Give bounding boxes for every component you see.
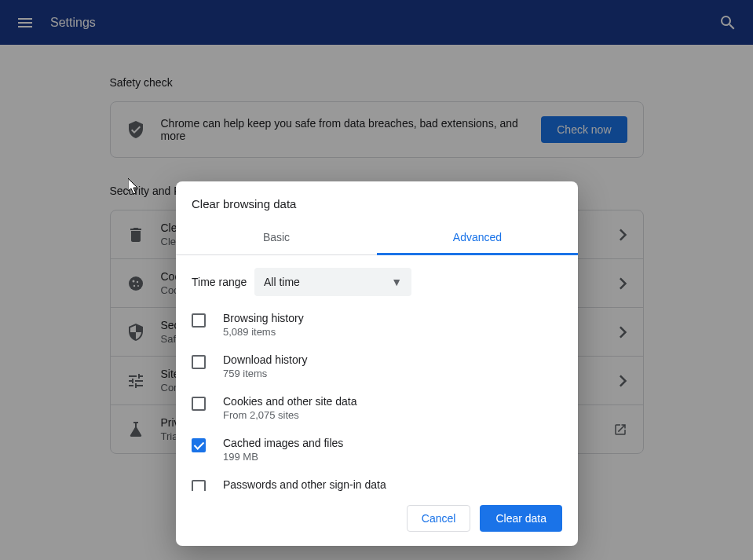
check-title: Download history bbox=[223, 353, 307, 366]
check-sub: 5,089 items bbox=[223, 326, 304, 338]
check-row: Cookies and other site dataFrom 2,075 si… bbox=[176, 387, 578, 429]
check-sub: 199 MB bbox=[223, 451, 343, 463]
check-sub: From 2,075 sites bbox=[223, 409, 356, 421]
check-row: Download history759 items bbox=[176, 346, 578, 387]
time-range-select[interactable]: All time ▼ bbox=[254, 268, 411, 296]
check-sub: 759 items bbox=[223, 368, 307, 379]
tab-advanced[interactable]: Advanced bbox=[377, 221, 578, 255]
checkbox[interactable] bbox=[192, 438, 206, 452]
check-row: Passwords and other sign-in data17 passw… bbox=[176, 470, 578, 491]
check-title: Browsing history bbox=[223, 312, 304, 324]
dialog-body: Time range All time ▼ Browsing history5,… bbox=[176, 255, 578, 491]
time-range-label: Time range bbox=[192, 276, 254, 288]
time-range-value: All time bbox=[264, 276, 300, 288]
dialog-footer: Cancel Clear data bbox=[176, 491, 578, 546]
dialog-tabs: Basic Advanced bbox=[176, 221, 578, 255]
clear-browsing-dialog: Clear browsing data Basic Advanced Time … bbox=[176, 181, 578, 546]
time-range-row: Time range All time ▼ bbox=[176, 255, 578, 304]
dialog-scroll[interactable]: Time range All time ▼ Browsing history5,… bbox=[176, 255, 578, 491]
checkbox[interactable] bbox=[192, 313, 206, 328]
checkbox[interactable] bbox=[192, 480, 206, 491]
clear-data-button[interactable]: Clear data bbox=[480, 505, 562, 532]
caret-down-icon: ▼ bbox=[391, 276, 402, 288]
check-title: Passwords and other sign-in data bbox=[223, 478, 501, 491]
check-title: Cookies and other site data bbox=[223, 395, 356, 408]
check-title: Cached images and files bbox=[223, 437, 343, 449]
tab-basic[interactable]: Basic bbox=[176, 221, 377, 254]
cancel-button[interactable]: Cancel bbox=[407, 505, 471, 532]
dialog-title: Clear browsing data bbox=[176, 181, 578, 221]
check-row: Cached images and files199 MB bbox=[176, 429, 578, 470]
checkbox[interactable] bbox=[192, 355, 206, 369]
checkbox[interactable] bbox=[192, 397, 206, 411]
check-row: Browsing history5,089 items bbox=[176, 304, 578, 346]
